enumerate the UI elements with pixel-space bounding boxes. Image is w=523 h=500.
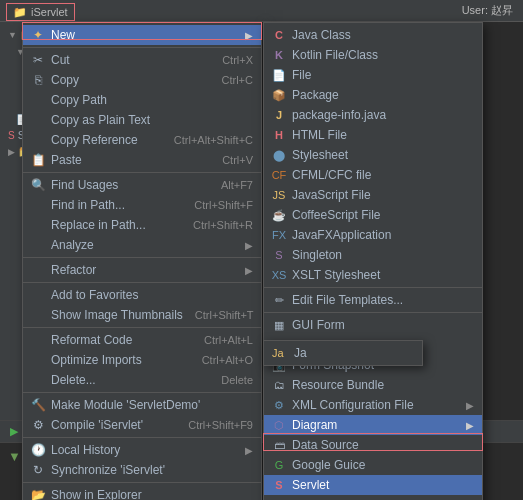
findinpath-label: Find in Path... <box>51 198 125 212</box>
new-icon: ✦ <box>29 28 47 42</box>
xml-icon: ⚙ <box>270 399 288 412</box>
packageinfo-label: package-info.java <box>292 108 386 122</box>
submenu-item-datasource[interactable]: 🗃 Data Source <box>264 435 482 455</box>
submenu-item-edittemplates[interactable]: ✏ Edit File Templates... <box>264 290 482 310</box>
compile-label: Compile 'iServlet' <box>51 418 143 432</box>
submenu-item-kotlin[interactable]: K Kotlin File/Class <box>264 45 482 65</box>
submenu-item-html[interactable]: H HTML File <box>264 125 482 145</box>
submenu-item-xslt[interactable]: XS XSLT Stylesheet <box>264 265 482 285</box>
googleguice-label: Google Guice <box>292 458 365 472</box>
copy-shortcut: Ctrl+C <box>210 74 253 86</box>
javafx-label: JavaFXApplication <box>292 228 391 242</box>
submenu-item-javafx[interactable]: FX JavaFXApplication <box>264 225 482 245</box>
menu-item-copyplain[interactable]: Copy as Plain Text <box>23 110 261 130</box>
submenu-item-googleguice[interactable]: G Google Guice <box>264 455 482 475</box>
submenu-item-filter[interactable]: ⊟ Filter <box>264 495 482 500</box>
submenu-diagram: Ja Ja <box>263 340 423 366</box>
xmlconfig-label: XML Configuration File <box>292 398 414 412</box>
submenu-item-js[interactable]: JS JavaScript File <box>264 185 482 205</box>
menu-item-compile[interactable]: ⚙ Compile 'iServlet' Ctrl+Shift+F9 <box>23 415 261 435</box>
sync-label: Synchronize 'iServlet' <box>51 463 165 477</box>
submenu-item-package[interactable]: 📦 Package <box>264 85 482 105</box>
separator-4 <box>23 282 261 283</box>
menu-item-reformat[interactable]: Reformat Code Ctrl+Alt+L <box>23 330 261 350</box>
analyze-label: Analyze <box>51 238 94 252</box>
menu-item-analyze[interactable]: Analyze ▶ <box>23 235 261 255</box>
makemodule-label: Make Module 'ServletDemo' <box>51 398 200 412</box>
paste-label: Paste <box>51 153 82 167</box>
html-icon: H <box>270 129 288 141</box>
optimize-label: Optimize Imports <box>51 353 142 367</box>
optimize-shortcut: Ctrl+Alt+O <box>190 354 253 366</box>
iservlet-tab[interactable]: 📁 iServlet <box>6 3 75 21</box>
submenu-item-stylesheet[interactable]: ⬤ Stylesheet <box>264 145 482 165</box>
findinpath-shortcut: Ctrl+Shift+F <box>182 199 253 211</box>
copyplain-label: Copy as Plain Text <box>51 113 150 127</box>
edittemplates-label: Edit File Templates... <box>292 293 403 307</box>
submenu-item-resourcebundle[interactable]: 🗂 Resource Bundle <box>264 375 482 395</box>
cut-shortcut: Ctrl+X <box>210 54 253 66</box>
submenu-item-guiform[interactable]: ▦ GUI Form <box>264 315 482 335</box>
top-bar: 📁 iServlet User: 赵昇 <box>0 0 523 22</box>
menu-item-new[interactable]: ✦ New ▶ <box>23 25 261 45</box>
arrow-external: ▶ <box>8 147 15 157</box>
findusages-shortcut: Alt+F7 <box>209 179 253 191</box>
menu-item-makemodule[interactable]: 🔨 Make Module 'ServletDemo' <box>23 395 261 415</box>
js-icon: JS <box>270 189 288 201</box>
menu-item-showinexplorer[interactable]: 📂 Show in Explorer <box>23 485 261 500</box>
diagram-ja-item[interactable]: Ja Ja <box>264 343 422 363</box>
menu-item-copy[interactable]: ⎘ Copy Ctrl+C <box>23 70 261 90</box>
submenu-new: C Java Class K Kotlin File/Class 📄 File … <box>263 22 483 500</box>
singleton-label: Singleton <box>292 248 342 262</box>
context-menu: ✦ New ▶ ✂ Cut Ctrl+X ⎘ Copy Ctrl+C Copy … <box>22 22 262 500</box>
thumbnails-shortcut: Ctrl+Shift+T <box>183 309 254 321</box>
javafx-icon: FX <box>270 229 288 241</box>
submenu-item-file[interactable]: 📄 File <box>264 65 482 85</box>
menu-item-refactor[interactable]: Refactor ▶ <box>23 260 261 280</box>
module-icon: 🔨 <box>29 398 47 412</box>
menu-item-sync[interactable]: ↻ Synchronize 'iServlet' <box>23 460 261 480</box>
replaceinpath-label: Replace in Path... <box>51 218 146 232</box>
js-label: JavaScript File <box>292 188 371 202</box>
separator-2 <box>23 172 261 173</box>
submenu-item-servlet[interactable]: S Servlet <box>264 475 482 495</box>
submenu-item-javaclass[interactable]: C Java Class <box>264 25 482 45</box>
menu-item-copyref[interactable]: Copy Reference Ctrl+Alt+Shift+C <box>23 130 261 150</box>
menu-item-localhistory[interactable]: 🕐 Local History ▶ <box>23 440 261 460</box>
coffee-label: CoffeeScript File <box>292 208 380 222</box>
thumbnails-label: Show Image Thumbnails <box>51 308 183 322</box>
resource-icon: 🗂 <box>270 379 288 391</box>
submenu-item-cfml[interactable]: CF CFML/CFC file <box>264 165 482 185</box>
menu-item-replaceinpath[interactable]: Replace in Path... Ctrl+Shift+R <box>23 215 261 235</box>
copy-label: Copy <box>51 73 79 87</box>
stylesheet-label: Stylesheet <box>292 148 348 162</box>
submenu-item-packageinfo[interactable]: J package-info.java <box>264 105 482 125</box>
separator-1 <box>23 47 261 48</box>
submenu-item-singleton[interactable]: S Singleton <box>264 245 482 265</box>
xmlconfig-arrow-icon: ▶ <box>466 400 474 411</box>
menu-item-copypath[interactable]: Copy Path <box>23 90 261 110</box>
refactor-label: Refactor <box>51 263 96 277</box>
package-icon: 📦 <box>270 89 288 102</box>
iservlet-tab-label: iServlet <box>31 6 68 18</box>
menu-item-paste[interactable]: 📋 Paste Ctrl+V <box>23 150 261 170</box>
edit-template-icon: ✏ <box>270 294 288 307</box>
menu-item-thumbnails[interactable]: Show Image Thumbnails Ctrl+Shift+T <box>23 305 261 325</box>
history-arrow-icon: ▶ <box>245 445 253 456</box>
file-new-icon: 📄 <box>270 69 288 82</box>
submenu-item-diagram[interactable]: ⬡ Diagram ▶ <box>264 415 482 435</box>
menu-item-cut[interactable]: ✂ Cut Ctrl+X <box>23 50 261 70</box>
javaclass-label: Java Class <box>292 28 351 42</box>
menu-item-delete[interactable]: Delete... Delete <box>23 370 261 390</box>
guiform-icon: ▦ <box>270 319 288 332</box>
menu-item-optimize[interactable]: Optimize Imports Ctrl+Alt+O <box>23 350 261 370</box>
packageinfo-icon: J <box>270 109 288 121</box>
refactor-arrow-icon: ▶ <box>245 265 253 276</box>
menu-item-addtofav[interactable]: Add to Favorites <box>23 285 261 305</box>
submenu-item-xmlconfig[interactable]: ⚙ XML Configuration File ▶ <box>264 395 482 415</box>
menu-item-findinpath[interactable]: Find in Path... Ctrl+Shift+F <box>23 195 261 215</box>
scissors-icon: ✂ <box>29 53 47 67</box>
menu-item-findusages[interactable]: 🔍 Find Usages Alt+F7 <box>23 175 261 195</box>
submenu-item-coffee[interactable]: ☕ CoffeeScript File <box>264 205 482 225</box>
diagram-ja-label: Ja <box>294 346 307 360</box>
